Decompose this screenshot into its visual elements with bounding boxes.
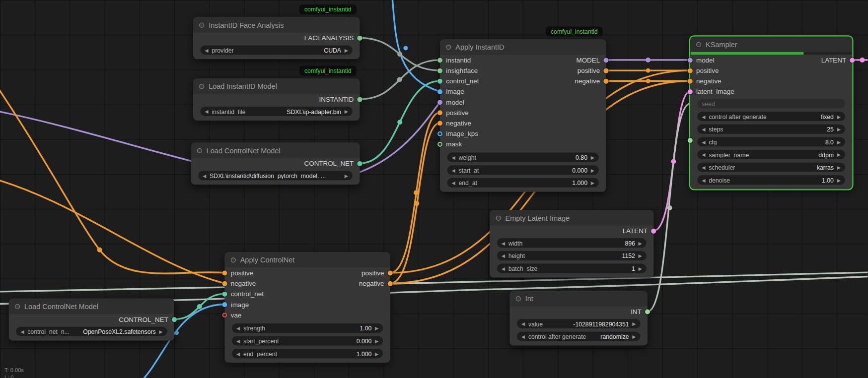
collapse-dot-icon[interactable] — [496, 215, 501, 220]
widget-control-net-name[interactable]: ◀ SDXL\instantid\diffusion_pytorch_model… — [198, 171, 353, 180]
node-int[interactable]: Int INT ◀ value -1028911982904351 ▶ ◀ co… — [509, 291, 648, 345]
input-socket-instantid[interactable] — [437, 58, 442, 63]
node-load-instantid-model[interactable]: Load InstantID Model INSTANTID ◀ instant… — [193, 78, 360, 121]
node-title-bar[interactable]: Empty Latent Image — [490, 210, 653, 226]
widget-end-percent[interactable]: ◀ end_percent 1.000 ▶ — [232, 349, 383, 358]
widget-right-arrow-icon[interactable]: ▶ — [639, 240, 642, 246]
output-socket-negative[interactable] — [603, 78, 608, 83]
link-midpoint-dot[interactable] — [646, 68, 651, 73]
widget-left-arrow-icon[interactable]: ◀ — [236, 338, 240, 344]
widget-seed-converted[interactable]: seed — [697, 99, 845, 108]
widget-right-arrow-icon[interactable]: ▶ — [375, 351, 378, 356]
widget-width[interactable]: ◀ width 896 ▶ — [497, 238, 647, 248]
widget-right-arrow-icon[interactable]: ▶ — [837, 139, 841, 144]
node-empty-latent-image[interactable]: Empty Latent Image LATENT ◀ width 896 ▶ … — [490, 210, 653, 278]
widget-right-arrow-icon[interactable]: ▶ — [837, 114, 841, 119]
widget-left-arrow-icon[interactable]: ◀ — [702, 177, 705, 183]
node-title-bar[interactable]: InstantID Face Analysis — [193, 17, 360, 33]
output-socket-int[interactable] — [645, 309, 650, 314]
widget-value[interactable]: ◀ value -1028911982904351 ▶ — [517, 319, 641, 328]
widget-left-arrow-icon[interactable]: ◀ — [451, 155, 455, 160]
widget-right-arrow-icon[interactable]: ▶ — [345, 109, 348, 114]
widget-cfg[interactable]: ◀ cfg 8.0 ▶ — [697, 137, 845, 146]
widget-left-arrow-icon[interactable]: ◀ — [521, 321, 525, 326]
node-title-bar[interactable]: Load InstantID Model — [193, 78, 360, 94]
widget-left-arrow-icon[interactable]: ◀ — [20, 329, 24, 334]
widget-left-arrow-icon[interactable]: ◀ — [702, 126, 705, 132]
widget-right-arrow-icon[interactable]: ▶ — [159, 329, 162, 334]
input-socket-mask[interactable] — [437, 141, 442, 146]
collapse-dot-icon[interactable] — [15, 304, 20, 309]
widget-scheduler[interactable]: ◀ scheduler karras ▶ — [697, 163, 845, 172]
link-midpoint-dot[interactable] — [197, 304, 202, 309]
node-title-bar[interactable]: Apply InstantID — [440, 39, 606, 55]
node-instantid-face-analysis[interactable]: InstantID Face Analysis FACEANALYSIS ◀ p… — [193, 17, 360, 60]
link-midpoint-dot[interactable] — [397, 77, 402, 82]
collapse-dot-icon[interactable] — [197, 148, 202, 153]
widget-left-arrow-icon[interactable]: ◀ — [451, 167, 455, 173]
widget-left-arrow-icon[interactable]: ◀ — [521, 334, 525, 339]
input-socket-image[interactable] — [437, 89, 442, 94]
widget-end-at[interactable]: ◀ end_at 1.000 ▶ — [447, 178, 599, 188]
widget-right-arrow-icon[interactable]: ▶ — [375, 325, 378, 331]
widget-left-arrow-icon[interactable]: ◀ — [451, 180, 455, 186]
widget-left-arrow-icon[interactable]: ◀ — [502, 253, 505, 258]
widget-left-arrow-icon[interactable]: ◀ — [702, 152, 705, 157]
widget-right-arrow-icon[interactable]: ▶ — [639, 253, 642, 258]
widget-left-arrow-icon[interactable]: ◀ — [203, 173, 206, 178]
widget-provider[interactable]: ◀ provider CUDA ▶ — [200, 45, 352, 55]
node-title-bar[interactable]: Int — [509, 291, 648, 306]
widget-left-arrow-icon[interactable]: ◀ — [702, 114, 705, 119]
input-socket-latent-image[interactable] — [688, 89, 693, 94]
input-socket-positive[interactable] — [688, 68, 693, 73]
node-title-bar[interactable]: Load ControlNet Model — [191, 143, 360, 158]
collapse-dot-icon[interactable] — [516, 296, 521, 301]
output-socket-latent[interactable] — [850, 58, 855, 63]
widget-start-percent[interactable]: ◀ start_percent 0.000 ▶ — [232, 336, 383, 346]
widget-right-arrow-icon[interactable]: ▶ — [632, 334, 636, 339]
input-socket-insightface[interactable] — [437, 68, 442, 73]
input-socket-negative[interactable] — [222, 281, 227, 286]
widget-steps[interactable]: ◀ steps 25 ▶ — [697, 125, 845, 134]
widget-height[interactable]: ◀ height 1152 ▶ — [497, 251, 647, 260]
widget-right-arrow-icon[interactable]: ▶ — [591, 167, 594, 173]
widget-right-arrow-icon[interactable]: ▶ — [345, 47, 348, 53]
output-socket-control-net[interactable] — [172, 317, 177, 322]
widget-start-at[interactable]: ◀ start_at 0.000 ▶ — [447, 165, 599, 175]
widget-right-arrow-icon[interactable]: ▶ — [375, 338, 378, 344]
link-midpoint-dot[interactable] — [397, 120, 402, 125]
node-ksampler[interactable]: KSampler model LATENT positive negative … — [690, 37, 853, 189]
widget-strength[interactable]: ◀ strength 1.00 ▶ — [232, 323, 383, 333]
input-socket-model[interactable] — [437, 100, 442, 105]
input-socket-seed[interactable] — [688, 138, 693, 143]
widget-left-arrow-icon[interactable]: ◀ — [236, 325, 240, 331]
link-midpoint-dot[interactable] — [403, 46, 408, 51]
input-socket-control-net[interactable] — [222, 291, 227, 296]
widget-right-arrow-icon[interactable]: ▶ — [837, 126, 841, 132]
widget-control-after-generate[interactable]: ◀ control after generate fixed ▶ — [697, 112, 845, 121]
output-socket-instantid[interactable] — [357, 97, 362, 102]
widget-weight[interactable]: ◀ weight 0.80 ▶ — [447, 153, 599, 162]
node-load-controlnet-model-top[interactable]: Load ControlNet Model CONTROL_NET ◀ SDXL… — [191, 143, 360, 185]
input-socket-vae[interactable] — [222, 313, 227, 317]
link-midpoint-dot[interactable] — [667, 205, 672, 210]
node-apply-instantid[interactable]: Apply InstantID instantid MODEL insightf… — [440, 39, 606, 192]
widget-left-arrow-icon[interactable]: ◀ — [205, 109, 208, 114]
widget-left-arrow-icon[interactable]: ◀ — [502, 266, 505, 271]
widget-sampler-name[interactable]: ◀ sampler_name ddpm ▶ — [697, 150, 845, 159]
widget-left-arrow-icon[interactable]: ◀ — [236, 351, 240, 356]
input-socket-positive[interactable] — [222, 270, 227, 275]
output-socket-negative[interactable] — [388, 281, 393, 286]
widget-right-arrow-icon[interactable]: ▶ — [632, 321, 636, 326]
output-socket-latent[interactable] — [651, 228, 656, 233]
link-midpoint-dot[interactable] — [397, 52, 402, 57]
widget-right-arrow-icon[interactable]: ▶ — [591, 155, 594, 160]
widget-control-net-name[interactable]: ◀ control_net_n... OpenPoseXL2.safetenso… — [16, 327, 167, 336]
collapse-dot-icon[interactable] — [199, 22, 204, 27]
widget-left-arrow-icon[interactable]: ◀ — [205, 47, 208, 53]
output-socket-control-net[interactable] — [357, 161, 362, 166]
input-socket-model[interactable] — [688, 58, 693, 63]
input-socket-negative[interactable] — [688, 78, 693, 83]
link-midpoint-dot[interactable] — [671, 159, 676, 164]
widget-left-arrow-icon[interactable]: ◀ — [702, 139, 705, 144]
